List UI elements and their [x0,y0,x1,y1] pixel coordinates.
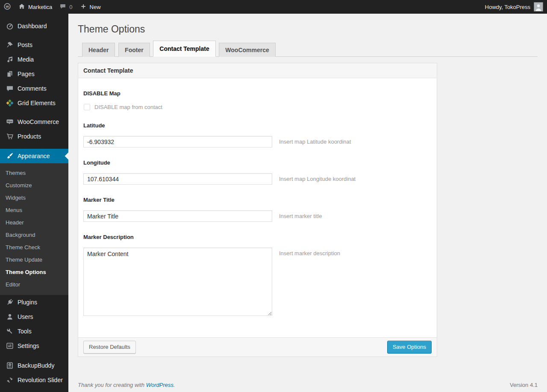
comment-count: 0 [69,4,72,10]
submenu-item-menus[interactable]: Menus [0,204,68,216]
field-hint: Insert map Longitude koordinat [279,173,356,182]
site-name-link[interactable]: Marketica [15,0,56,14]
sidebar-item-dashboard[interactable]: Dashboard [0,19,68,33]
plus-icon [79,3,87,12]
sidebar-item-label: Dashboard [18,23,47,29]
woocommerce-icon: Woo [6,118,14,126]
contact-template-panel: Contact Template DISABLE Map DISABLE map… [78,63,437,357]
sidebar-item-tools[interactable]: Tools [0,324,68,339]
menu-separator [0,110,68,115]
sidebar-item-woocommerce[interactable]: Woo WooCommerce [0,115,68,129]
field-hint: Insert marker title [279,210,322,219]
panel-body: DISABLE Map DISABLE map from contact Lat… [78,90,437,337]
sidebar-item-label: Posts [18,41,32,48]
sidebar-item-revolution-slider[interactable]: Revolution Slider [0,373,68,387]
longitude-input[interactable] [83,173,272,185]
sidebar-item-label: Plugins [18,299,37,306]
thanks-text: Thank you for creating with [78,382,144,388]
submenu-item-theme-update[interactable]: Theme Update [0,253,68,266]
menu-separator [0,144,68,149]
sidebar-item-plugins[interactable]: Plugins [0,295,68,309]
sidebar-item-users[interactable]: Users [0,309,68,324]
sidebar-item-punch-fonts[interactable]: A Punch Fonts [0,387,68,392]
plugin-icon [6,298,14,307]
restore-defaults-button[interactable]: Restore Defaults [83,341,136,354]
refresh-arrows-icon [6,376,14,384]
new-content-menu[interactable]: New [76,0,104,14]
marker-description-field: Marker Description Marker Content Insert… [83,234,432,316]
menu-separator [0,33,68,38]
disable-map-checkbox[interactable] [84,104,90,110]
longitude-field: Longitude Insert map Longitude koordinat [83,159,432,185]
comments-icon [6,84,14,93]
tab-footer[interactable]: Footer [118,43,150,57]
wrench-icon [6,327,14,336]
submenu-item-themes[interactable]: Themes [0,167,68,179]
tab-header[interactable]: Header [82,43,115,57]
disable-map-field: DISABLE Map DISABLE map from contact [83,90,432,110]
new-label: New [90,4,101,10]
submenu-item-customize[interactable]: Customize [0,179,68,192]
marker-title-input[interactable] [83,210,272,222]
latitude-field: Latitude Insert map Latitude koordinat [83,122,432,147]
submenu-item-editor[interactable]: Editor [0,278,68,291]
sidebar-item-pages[interactable]: Pages [0,67,68,81]
field-label: Longitude [83,159,432,166]
sidebar-item-media[interactable]: Media [0,52,68,67]
pages-icon [6,70,14,78]
wordpress-logo-icon: W [3,3,11,12]
submenu-item-widgets[interactable]: Widgets [0,192,68,204]
sidebar-item-label: Revolution Slider [18,377,63,383]
field-label: Latitude [83,122,432,129]
sidebar-item-comments[interactable]: Comments [0,81,68,96]
submenu-item-background[interactable]: Background [0,229,68,241]
backup-drive-icon [6,361,14,370]
sidebar-item-products[interactable]: Products [0,129,68,144]
sidebar-item-label: Users [18,313,33,320]
sidebar-item-label: Pages [18,71,35,77]
save-options-button[interactable]: Save Options [387,341,432,354]
sidebar-item-label: Grid Elements [18,100,56,106]
page-title: Theme Options [78,14,538,41]
sidebar-item-grid-elements[interactable]: Grid Elements [0,96,68,110]
panel-title: Contact Template [78,63,437,78]
grid-elements-icon [6,99,14,107]
marker-description-textarea[interactable]: Marker Content [83,248,272,316]
sidebar-item-appearance[interactable]: Appearance [0,149,68,163]
user-icon [6,312,14,321]
tab-woocommerce[interactable]: WooCommerce [219,43,275,57]
appearance-submenu: Themes Customize Widgets Menus Header Ba… [0,163,68,295]
submenu-item-header[interactable]: Header [0,216,68,229]
settings-sliders-icon [6,342,14,350]
sidebar-item-label: BackupBuddy [18,362,54,369]
wordpress-logo-menu[interactable]: W [0,0,15,14]
paintbrush-icon [6,152,14,160]
dashboard-icon [6,22,14,30]
page-footer: Thank you for creating with WordPress. V… [78,382,538,388]
howdy-text: Howdy, TokoPress [485,4,530,10]
submenu-item-theme-options[interactable]: Theme Options [0,266,68,278]
wordpress-link[interactable]: WordPress [146,382,174,388]
cart-icon [6,132,14,141]
latitude-input[interactable] [83,136,272,147]
submenu-item-theme-check[interactable]: Theme Check [0,241,68,253]
my-account-menu[interactable]: Howdy, TokoPress [481,0,547,14]
letter-a-icon: A [6,390,14,392]
sidebar-item-label: Comments [18,85,47,92]
sidebar-item-label: Products [18,133,41,140]
menu-separator [0,353,68,358]
sidebar-item-label: Media [18,56,34,63]
comments-shortcut[interactable]: 0 [56,0,76,14]
avatar [534,2,543,12]
tab-contact-template[interactable]: Contact Template [153,41,215,57]
sidebar-item-settings[interactable]: Settings [0,339,68,353]
marker-title-field: Marker Title Insert marker title [83,197,432,222]
home-icon [18,3,26,12]
sidebar-item-backupbuddy[interactable]: BackupBuddy [0,358,68,373]
sidebar-item-label: Settings [18,342,39,349]
sidebar-item-posts[interactable]: Posts [0,38,68,52]
sidebar-item-label: WooCommerce [18,118,59,125]
admin-menu: Dashboard Posts Media Pages Commen [0,14,68,392]
admin-bar: W Marketica 0 New Howdy, TokoPress [0,0,547,14]
field-label: DISABLE Map [83,90,432,97]
